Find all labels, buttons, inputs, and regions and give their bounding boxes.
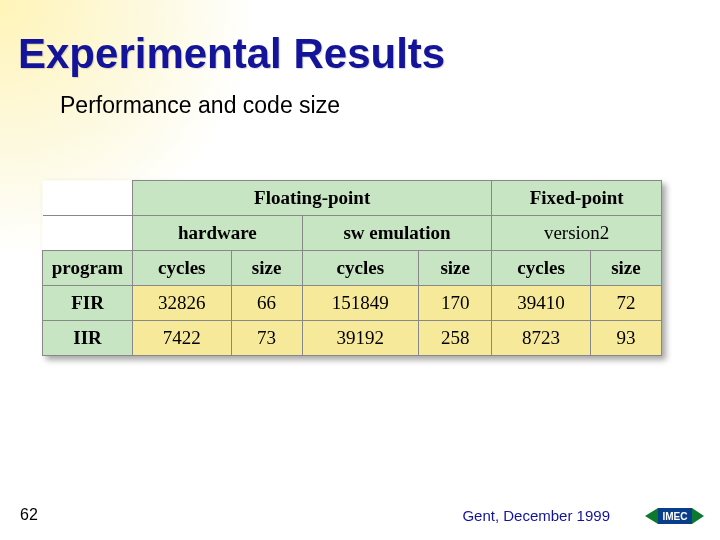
table-row: FIR 32826 66 151849 170 39410 72 — [43, 286, 662, 321]
cell: 93 — [590, 321, 661, 356]
header-fixed-point: Fixed-point — [492, 181, 662, 216]
header-version2: version2 — [492, 216, 662, 251]
cell: 170 — [419, 286, 492, 321]
slide-subtitle: Performance and code size — [60, 92, 340, 119]
header-program: program — [43, 251, 133, 286]
svg-marker-2 — [692, 508, 704, 524]
table-header-row-1: Floating-point Fixed-point — [43, 181, 662, 216]
logo-imec: IMEC — [642, 502, 706, 530]
cell: 32826 — [133, 286, 232, 321]
cell: 66 — [231, 286, 302, 321]
table-row: IIR 7422 73 39192 258 8723 93 — [43, 321, 662, 356]
cell: 8723 — [492, 321, 591, 356]
slide: Experimental Results Performance and cod… — [0, 0, 720, 540]
header-size-2: size — [419, 251, 492, 286]
blank-header — [43, 181, 133, 216]
footer-location-date: Gent, December 1999 — [462, 507, 610, 524]
slide-number: 62 — [20, 506, 38, 524]
logo-icon: IMEC — [642, 502, 706, 530]
blank-header-2 — [43, 216, 133, 251]
header-hardware: hardware — [133, 216, 303, 251]
slide-title: Experimental Results — [18, 30, 445, 78]
cell: 151849 — [302, 286, 418, 321]
header-floating-point: Floating-point — [133, 181, 492, 216]
cell: 73 — [231, 321, 302, 356]
cell: 72 — [590, 286, 661, 321]
cell: 39410 — [492, 286, 591, 321]
cell: 7422 — [133, 321, 232, 356]
results-table-container: Floating-point Fixed-point hardware sw e… — [42, 180, 662, 356]
row-label-fir: FIR — [43, 286, 133, 321]
cell: 39192 — [302, 321, 418, 356]
header-cycles-2: cycles — [302, 251, 418, 286]
cell: 258 — [419, 321, 492, 356]
results-table: Floating-point Fixed-point hardware sw e… — [42, 180, 662, 356]
header-size-1: size — [231, 251, 302, 286]
svg-marker-0 — [645, 508, 658, 524]
table-header-row-3: program cycles size cycles size cycles s… — [43, 251, 662, 286]
row-label-iir: IIR — [43, 321, 133, 356]
header-cycles-1: cycles — [133, 251, 232, 286]
table-header-row-2: hardware sw emulation version2 — [43, 216, 662, 251]
header-sw-emulation: sw emulation — [302, 216, 492, 251]
logo-text: IMEC — [663, 511, 688, 522]
header-cycles-3: cycles — [492, 251, 591, 286]
header-size-3: size — [590, 251, 661, 286]
